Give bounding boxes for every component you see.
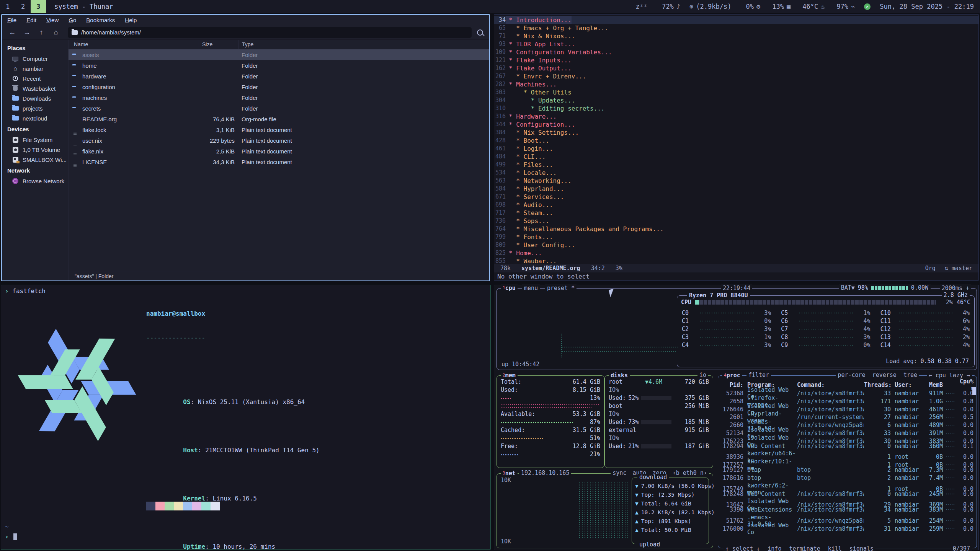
sidebar-item[interactable]: Downloads — [2, 93, 68, 103]
process-row[interactable]: 13642 Isolated Web Co /nix/store/sm8fmrf… — [721, 498, 973, 506]
up-button[interactable]: ↑ — [35, 27, 48, 38]
status-module[interactable]: 13%▦ — [769, 3, 791, 10]
proc-footer-action[interactable]: info — [768, 545, 781, 551]
org-heading-line[interactable]: 109 * Configuration Variables... — [494, 48, 978, 56]
proc-scrollbar-thumb[interactable] — [972, 387, 976, 395]
org-heading-line[interactable]: 764 * Miscellaneous Packages and Program… — [494, 225, 978, 233]
column-header-name[interactable]: Name — [69, 41, 199, 47]
status-module[interactable]: zᶻᶻ — [633, 3, 650, 10]
net-option-tab[interactable]: ‹b eth0 n› — [673, 469, 707, 476]
preset-button[interactable]: preset * — [545, 284, 577, 292]
sidebar-item[interactable]: 1,0 TB Volume — [2, 145, 68, 155]
sidebar-item[interactable]: projects — [2, 103, 68, 113]
org-heading-line[interactable]: 809 * User Config... — [494, 241, 978, 249]
column-header-size[interactable]: Size — [199, 40, 238, 49]
process-row[interactable]: 3390 WebExtensions /nix/store/sm8fmrf3wp… — [721, 506, 973, 514]
process-row[interactable]: 178616 btop btop 2 nambiar 7.4M 0.0 — [721, 474, 973, 482]
org-heading-line[interactable]: 93 * TLDR App List... — [494, 40, 978, 48]
org-heading-line[interactable]: 310 * Editing secrets... — [494, 104, 978, 112]
proc-footer-action[interactable]: signals — [849, 545, 874, 551]
net-option-tab[interactable]: sync — [612, 469, 626, 476]
file-row[interactable]: assets Folder — [69, 49, 489, 60]
menu-item[interactable]: Edit — [26, 17, 36, 23]
clock[interactable]: Sun, 28 Sep 2025 - 22:19 — [880, 3, 974, 10]
file-row[interactable]: secrets Folder — [69, 103, 489, 114]
forward-button[interactable]: → — [20, 27, 33, 38]
tab-cpu[interactable]: 1cpu — [501, 284, 518, 292]
tab-io[interactable]: io — [697, 372, 708, 378]
proc-option-tab[interactable]: tree — [903, 372, 917, 378]
file-row[interactable]: user.nix 229 bytes Plain text document — [69, 135, 489, 146]
sidebar-item[interactable]: ⌂ nambiar — [2, 64, 68, 73]
org-heading-line[interactable]: 384 * Nix Settings... — [494, 129, 978, 137]
org-heading-line[interactable]: 563 * Networking... — [494, 177, 978, 185]
file-row[interactable]: machines Folder — [69, 92, 489, 103]
org-heading-line[interactable]: 267 * Envrc + Direnv... — [494, 72, 978, 80]
status-module[interactable]: 97%⌁ — [834, 3, 855, 10]
status-module[interactable]: 72%♪ — [659, 3, 680, 10]
process-row[interactable]: 175749 kworker/6:2-even 1 root 0B 0.0 — [721, 482, 973, 490]
home-button[interactable]: ⌂ — [49, 27, 62, 38]
sidebar-item[interactable]: Browse Network — [2, 176, 68, 186]
file-row[interactable]: home Folder — [69, 60, 489, 71]
systemd-ok-check-icon[interactable]: ✔ — [864, 3, 871, 10]
org-heading-line[interactable]: 428 * Boot... — [494, 137, 978, 145]
shell-prompt[interactable]: › — [5, 533, 17, 540]
path-bar[interactable]: /home/nambiar/system/ — [68, 27, 472, 38]
org-heading-line[interactable]: 65 * Emacs + Org + Tangle... — [494, 24, 978, 32]
sidebar-item[interactable]: nextcloud — [2, 113, 68, 123]
org-heading-line[interactable]: 736 * Sops... — [494, 217, 978, 225]
process-row[interactable]: 51762 .emacs-31.0.50- /nix/store/wnqz5pa… — [721, 514, 973, 522]
sidebar-item[interactable]: Recent — [2, 73, 68, 83]
process-row[interactable]: 38936 kworker/u64:6-kc 1 root 0B 0.0 — [721, 450, 973, 458]
org-heading-line[interactable]: 162 * Flake Output... — [494, 64, 978, 72]
proc-footer-action[interactable]: kill — [828, 545, 842, 551]
org-heading-line[interactable]: 71 * Nix & Nixos... — [494, 32, 978, 40]
org-heading-line[interactable]: 799 * Fonts... — [494, 233, 978, 241]
org-heading-line[interactable]: 303 * Other Utils — [494, 88, 978, 96]
org-heading-line[interactable]: 34 * Introduction... — [494, 16, 978, 24]
column-header-type[interactable]: Type — [238, 40, 489, 49]
org-heading-line[interactable]: 698 * Audio... — [494, 201, 978, 209]
proc-footer-action[interactable]: ↑ select ↓ — [725, 545, 760, 551]
org-heading-line[interactable]: 121 * Flake Inputs... — [494, 56, 978, 64]
proc-footer-action[interactable]: terminate — [789, 545, 820, 551]
sidebar-item[interactable]: SMALLBOX Wi... — [2, 155, 68, 165]
update-interval[interactable]: 2000ms + — [940, 284, 971, 292]
file-row[interactable]: flake.lock 3,1 KiB Plain text document — [69, 124, 489, 135]
org-heading-line[interactable]: 534 * Locale... — [494, 169, 978, 177]
org-heading-line[interactable]: 316 * Hardware... — [494, 112, 978, 121]
sidebar-item[interactable]: File System — [2, 135, 68, 145]
workspace-button[interactable]: 3 — [31, 0, 46, 13]
sidebar-item[interactable]: Wastebasket — [2, 83, 68, 93]
menu-item[interactable]: Help — [125, 17, 137, 23]
org-heading-line[interactable]: 717 * Steam... — [494, 209, 978, 217]
process-row[interactable]: 52368 Isolated Web Co /nix/store/sm8fmrf… — [721, 386, 973, 395]
menu-button[interactable]: menu — [522, 284, 540, 292]
file-row[interactable]: LICENSE 34,3 KiB Plain text document — [69, 156, 489, 167]
status-module[interactable]: 46°C♨ — [800, 3, 825, 10]
terminal-window[interactable]: › fastfetch nambiar@smallbox -----------… — [1, 285, 491, 550]
org-heading-line[interactable]: 461 * Login... — [494, 145, 978, 153]
file-row[interactable]: configuration Folder — [69, 82, 489, 92]
org-heading-line[interactable]: 671 * Services... — [494, 193, 978, 201]
file-row[interactable]: flake.nix 2,5 KiB Plain text document — [69, 146, 489, 156]
file-row[interactable]: README.org 76,4 KiB Org-mode file — [69, 114, 489, 124]
org-heading-line[interactable]: 484 * CLI... — [494, 153, 978, 161]
menu-item[interactable]: File — [7, 17, 16, 23]
status-module[interactable]: ⊕(2.9kb/s) — [689, 3, 734, 10]
workspace-button[interactable]: 1 — [0, 0, 15, 13]
proc-option-tab[interactable]: per-core — [838, 372, 865, 378]
org-heading-line[interactable]: 304 * Updates... — [494, 96, 978, 104]
file-row[interactable]: hardware Folder — [69, 71, 489, 82]
proc-option-tab[interactable]: reverse — [872, 372, 897, 378]
process-row[interactable]: 178294 Web Content /nix/store/sm8fmrf3wp… — [721, 442, 973, 450]
workspace-button[interactable]: 2 — [15, 0, 31, 13]
back-button[interactable]: ← — [6, 27, 19, 38]
search-icon[interactable] — [477, 29, 483, 36]
sidebar-item[interactable]: Computer — [2, 54, 68, 64]
status-module[interactable]: 0%⚙ — [743, 3, 760, 10]
tab-net[interactable]: 3net — [501, 469, 518, 477]
org-heading-line[interactable]: 825 * Home... — [494, 249, 978, 257]
filter-button[interactable]: filter — [746, 372, 771, 378]
